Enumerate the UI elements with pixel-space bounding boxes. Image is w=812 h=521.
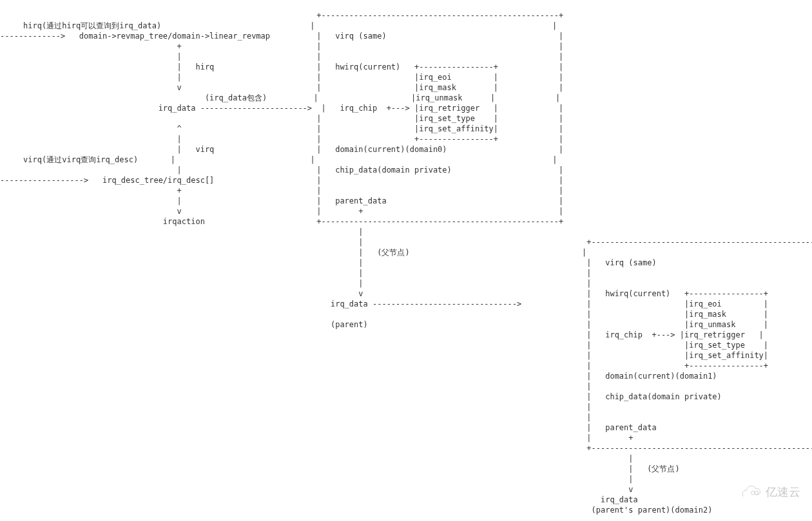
cloud-icon <box>727 475 762 509</box>
watermark: 亿速云 <box>727 475 800 509</box>
svg-point-0 <box>751 491 755 495</box>
irq-domain-ascii-diagram: +---------------------------------------… <box>0 0 812 515</box>
watermark-text: 亿速云 <box>766 487 800 497</box>
svg-point-1 <box>755 491 759 495</box>
